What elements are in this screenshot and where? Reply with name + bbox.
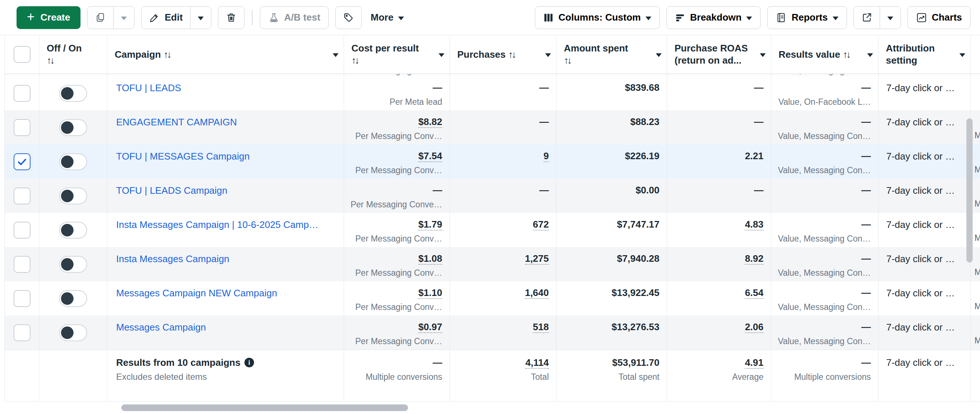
chevron-down-icon[interactable] (545, 53, 551, 57)
results-value-sublabel: Value, On-Facebook L… (775, 97, 871, 107)
horizontal-scrollbar-thumb[interactable] (121, 404, 408, 411)
chevron-down-icon[interactable] (439, 53, 444, 57)
row-checkbox[interactable] (14, 324, 30, 341)
column-header-off-on[interactable]: Off / On ↑↓ (39, 35, 107, 73)
create-button[interactable]: + Create (16, 6, 81, 29)
column-header-attribution-setting[interactable]: Attribution setting (878, 35, 971, 73)
purchases-value[interactable]: 672 (533, 219, 549, 231)
row-checkbox[interactable] (14, 153, 30, 170)
export-dropdown-button[interactable] (880, 6, 900, 29)
chevron-down-icon[interactable] (959, 53, 965, 57)
purchases-value[interactable]: 518 (533, 322, 549, 333)
campaign-link[interactable]: Insta Messages Campaign (116, 253, 338, 265)
purchase-roas-value[interactable]: 6.54 (745, 287, 764, 299)
row-edge-cell: M (971, 281, 980, 315)
cost-per-result-value[interactable]: $8.82 (418, 116, 442, 128)
ab-test-button[interactable]: A/B test (260, 6, 329, 29)
tag-button[interactable] (335, 6, 362, 29)
vertical-scrollbar-thumb[interactable] (966, 118, 973, 263)
purchases-value[interactable]: 1,640 (525, 287, 549, 299)
toggle-knob (61, 87, 73, 100)
summary-roas-value[interactable]: 4.91 (745, 357, 764, 369)
off-on-toggle[interactable] (59, 153, 87, 170)
row-campaign-cell: TOFU | LEADS (107, 76, 344, 110)
column-header-amount-spent[interactable]: Amount spent ↑↓ (557, 35, 667, 73)
amount-spent-header-label: Amount spent (564, 42, 652, 54)
off-on-toggle[interactable] (59, 222, 87, 239)
chevron-down-icon[interactable] (656, 53, 662, 57)
edit-dropdown-button[interactable] (190, 6, 211, 29)
off-on-toggle[interactable] (59, 188, 87, 204)
columns-button[interactable]: Columns: Custom (535, 6, 660, 29)
column-header-results-value[interactable]: Results value ↑↓ (771, 35, 878, 73)
results-value: — (861, 185, 871, 196)
campaign-link[interactable]: TOFU | LEADS (116, 82, 338, 94)
purchase-roas-value[interactable]: 8.92 (745, 253, 764, 265)
row-checkbox[interactable] (14, 188, 30, 204)
results-value: — (861, 253, 871, 264)
cost-per-result-sublabel: Per Messaging Conv… (348, 131, 442, 141)
off-on-toggle[interactable] (59, 119, 87, 136)
duplicate-button[interactable] (88, 6, 113, 29)
campaign-link[interactable]: TOFU | LEADS Campaign (116, 185, 338, 196)
column-header-campaign[interactable]: Campaign ↑↓ (107, 35, 344, 73)
cost-per-result-sublabel: Per Messaging Conv… (348, 268, 442, 278)
sort-arrows-icon: ↑↓ (47, 54, 102, 67)
summary-purchases-value[interactable]: 4,114 (525, 357, 549, 369)
sort-arrows-icon: ↑↓ (843, 49, 850, 60)
delete-button[interactable] (218, 6, 245, 29)
clipped-next-column-text: M (975, 267, 980, 277)
chevron-down-icon[interactable] (867, 53, 873, 57)
row-toggle-cell (39, 247, 107, 281)
attribution-value: 7-day click or … (886, 151, 955, 162)
column-header-purchase-roas[interactable]: Purchase ROAS (return on ad... (667, 35, 771, 73)
campaign-link[interactable]: Messages Campaign (116, 322, 338, 333)
row-attribution-cell: 7-day click or … (878, 179, 971, 213)
purchase-roas-value[interactable]: 4.83 (745, 219, 764, 231)
off-on-toggle[interactable] (59, 85, 87, 102)
purchases-value[interactable]: 9 (544, 150, 549, 162)
chevron-down-icon[interactable] (332, 53, 339, 57)
off-on-toggle[interactable] (59, 256, 87, 273)
summary-roas-cell: 4.91 Average (667, 350, 771, 401)
cost-per-result-value[interactable]: $1.08 (418, 253, 442, 265)
row-roas-cell: 2.21 (667, 145, 771, 179)
cost-per-result-value[interactable]: $7.54 (418, 150, 442, 162)
off-on-toggle[interactable] (59, 324, 87, 341)
results-value: — (861, 82, 871, 93)
cost-per-result-value[interactable]: $1.10 (418, 287, 442, 299)
edit-button[interactable]: Edit (142, 6, 190, 29)
export-button[interactable] (854, 6, 880, 29)
cost-per-result-value[interactable]: $0.97 (418, 322, 442, 333)
campaign-link[interactable]: ENGAGEMENT CAMPAIGN (116, 116, 338, 128)
row-toggle-cell (39, 110, 107, 145)
plus-icon: + (27, 10, 35, 24)
breakdown-button[interactable]: Breakdown (667, 6, 760, 29)
row-checkbox[interactable] (14, 222, 30, 239)
campaign-link[interactable]: TOFU | MESSAGES Campaign (116, 151, 338, 162)
row-checkbox[interactable] (14, 119, 30, 136)
row-checkbox[interactable] (14, 290, 30, 307)
row-roas-cell: 6.54 (667, 281, 771, 315)
duplicate-dropdown-button[interactable] (113, 6, 134, 29)
charts-button[interactable]: Charts (908, 6, 970, 29)
row-checkbox[interactable] (14, 256, 30, 273)
results-value-sublabel: Value, Messaging Con… (775, 336, 871, 346)
info-icon[interactable]: i (245, 358, 254, 367)
campaign-link[interactable]: Messages Campaign NEW Campaign (116, 288, 338, 299)
column-header-purchases[interactable]: Purchases ↑↓ (450, 35, 557, 73)
purchase-roas-value[interactable]: 2.06 (745, 322, 764, 333)
select-all-checkbox[interactable] (14, 46, 30, 63)
more-menu-button[interactable]: More (368, 6, 406, 29)
results-value: — (861, 287, 871, 298)
reports-button[interactable]: Reports (767, 6, 846, 29)
campaign-link[interactable]: Insta Messages Campaign | 10-6-2025 Camp… (116, 219, 338, 231)
cost-per-result-value: — (433, 185, 442, 196)
cost-per-result-value[interactable]: $1.79 (418, 219, 442, 231)
chevron-down-icon[interactable] (760, 53, 766, 57)
row-results-value-cell: — Value, Messaging Con… (771, 247, 878, 281)
column-header-cost-per-result[interactable]: Cost per result ↑↓ (344, 35, 450, 73)
row-checkbox[interactable] (14, 85, 30, 102)
purchases-value[interactable]: 1,275 (525, 253, 549, 265)
off-on-toggle[interactable] (59, 290, 87, 307)
